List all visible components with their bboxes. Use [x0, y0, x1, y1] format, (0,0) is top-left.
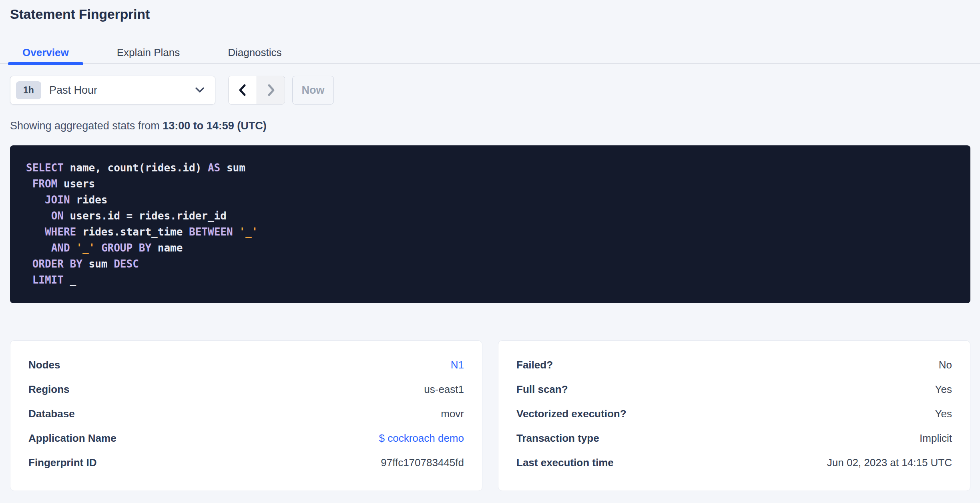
interval-label: Past Hour [49, 84, 97, 97]
row-label: Application Name [28, 432, 116, 445]
row-label: Last execution time [516, 457, 614, 469]
next-interval-button[interactable] [257, 76, 285, 104]
summary-row: Failed?No [516, 353, 952, 377]
summary-row: Application Name$ cockroach demo [28, 426, 464, 451]
row-value-link[interactable]: $ cockroach demo [379, 432, 464, 445]
sql-statement-box: SELECT name, count(rides.id) AS sum FROM… [10, 145, 970, 303]
time-interval-dropdown[interactable]: 1h Past Hour [10, 76, 215, 105]
time-toolbar: 1h Past Hour Now [10, 76, 980, 105]
row-label: Database [28, 408, 75, 420]
chevron-right-icon [265, 83, 277, 97]
row-label: Transaction type [516, 432, 599, 445]
tab-diagnostics-label: Diagnostics [228, 46, 281, 59]
time-step-controls [228, 76, 285, 105]
row-label: Full scan? [516, 383, 568, 396]
tab-explain-plans[interactable]: Explain Plans [102, 42, 195, 63]
statement-fingerprint-page: Statement Fingerprint Overview Explain P… [0, 0, 980, 503]
tab-diagnostics[interactable]: Diagnostics [213, 42, 296, 63]
summary-row: Vectorized execution?Yes [516, 402, 952, 426]
row-label: Nodes [28, 359, 60, 371]
summary-card-right: Failed?NoFull scan?YesVectorized executi… [498, 340, 970, 491]
tab-overview[interactable]: Overview [8, 42, 83, 63]
row-value-link[interactable]: N1 [451, 359, 464, 371]
chevron-down-icon [195, 87, 205, 93]
summary-row: Fingerprint ID97ffc170783445fd [28, 451, 464, 475]
row-value: 97ffc170783445fd [381, 457, 464, 469]
summary-cards: NodesN1Regionsus-east1DatabasemovrApplic… [10, 340, 970, 491]
row-value: us-east1 [424, 383, 464, 396]
chevron-left-icon [237, 83, 249, 97]
row-label: Fingerprint ID [28, 457, 96, 469]
summary-row: Regionsus-east1 [28, 377, 464, 402]
row-value: Yes [935, 408, 952, 420]
sql-code: SELECT name, count(rides.id) AS sum FROM… [26, 160, 954, 288]
row-label: Vectorized execution? [516, 408, 627, 420]
interval-badge: 1h [16, 81, 41, 99]
summary-row: Last execution timeJun 02, 2023 at 14:15… [516, 451, 952, 475]
row-label: Regions [28, 383, 70, 396]
stats-line-range: 13:00 to 14:59 (UTC) [163, 120, 267, 132]
tab-bar: Overview Explain Plans Diagnostics [0, 42, 980, 64]
aggregated-stats-line: Showing aggregated stats from 13:00 to 1… [10, 120, 980, 132]
tab-explain-plans-label: Explain Plans [117, 46, 180, 59]
summary-row: Databasemovr [28, 402, 464, 426]
row-value: Yes [935, 383, 952, 396]
row-value: Jun 02, 2023 at 14:15 UTC [827, 457, 952, 469]
summary-row: Transaction typeImplicit [516, 426, 952, 451]
row-label: Failed? [516, 359, 553, 371]
stats-line-prefix: Showing aggregated stats from [10, 120, 163, 132]
row-value: Implicit [920, 432, 952, 445]
summary-card-left: NodesN1Regionsus-east1DatabasemovrApplic… [10, 340, 482, 491]
row-value: No [939, 359, 952, 371]
now-button[interactable]: Now [292, 76, 334, 105]
tab-overview-label: Overview [22, 46, 69, 59]
page-title: Statement Fingerprint [0, 0, 980, 22]
summary-row: NodesN1 [28, 353, 464, 377]
summary-row: Full scan?Yes [516, 377, 952, 402]
previous-interval-button[interactable] [229, 76, 257, 104]
row-value: movr [441, 408, 464, 420]
